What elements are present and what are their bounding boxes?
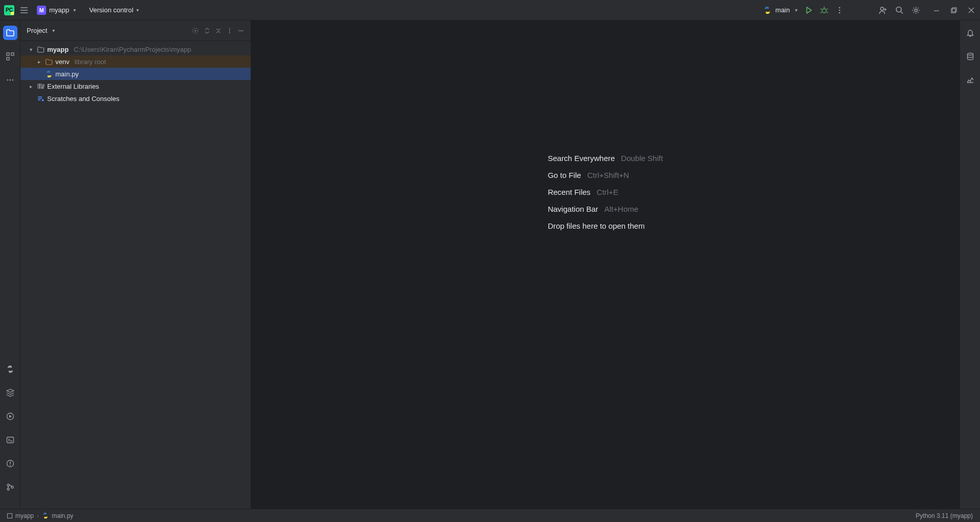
tool-more-icon[interactable] — [3, 73, 17, 87]
svg-point-26 — [229, 32, 230, 33]
module-icon — [7, 513, 12, 518]
svg-point-6 — [915, 9, 917, 11]
svg-point-24 — [229, 28, 230, 29]
project-panel-header: Project ▾ — [21, 21, 251, 41]
svg-rect-7 — [951, 9, 955, 13]
run-config-name: main — [775, 6, 790, 14]
python-file-icon — [42, 512, 49, 519]
empty-state: Search Everywhere Double Shift Go to Fil… — [548, 154, 663, 230]
tool-problems-icon[interactable] — [3, 456, 17, 471]
collapse-all-icon[interactable] — [215, 27, 222, 34]
main-menu-icon[interactable] — [19, 6, 29, 15]
tree-external-libraries[interactable]: ▸ External Libraries — [21, 80, 251, 92]
debug-button[interactable] — [820, 6, 828, 14]
right-tool-rail — [959, 21, 980, 509]
settings-icon[interactable] — [911, 6, 921, 15]
code-with-me-icon[interactable] — [879, 6, 888, 15]
tool-sciview-icon[interactable] — [963, 73, 977, 87]
svg-rect-10 — [11, 53, 14, 55]
tool-notifications-icon[interactable] — [963, 26, 977, 40]
tool-vcs-icon[interactable] — [3, 480, 17, 494]
more-actions-icon[interactable] — [835, 6, 844, 14]
empty-go-to-file[interactable]: Go to File Ctrl+Shift+N — [548, 171, 663, 179]
breadcrumb[interactable]: myapp › main.py — [7, 512, 73, 519]
select-opened-file-icon[interactable] — [191, 27, 199, 35]
tree-venv-name: venv — [55, 58, 69, 66]
run-button[interactable] — [805, 6, 813, 14]
panel-options-icon[interactable] — [226, 27, 233, 34]
tree-mainpy[interactable]: main.py — [21, 68, 251, 80]
chevron-down-icon: ▾ — [795, 7, 798, 13]
empty-search-everywhere[interactable]: Search Everywhere Double Shift — [548, 154, 663, 163]
tree-extlibs-label: External Libraries — [47, 83, 99, 90]
svg-point-14 — [12, 79, 13, 81]
chevron-right-icon[interactable]: ▸ — [35, 59, 43, 65]
tool-structure-icon[interactable] — [3, 49, 17, 64]
folder-icon — [45, 57, 53, 66]
project-tree: ▾ myapp C:\Users\Kiran\PycharmProjects\m… — [21, 41, 251, 509]
scratches-icon — [37, 94, 45, 103]
svg-point-0 — [822, 9, 826, 13]
close-icon[interactable] — [968, 7, 976, 14]
empty-recent-files[interactable]: Recent Files Ctrl+E — [548, 188, 663, 196]
interpreter-widget[interactable]: Python 3.11 (myapp) — [916, 512, 973, 519]
tree-root[interactable]: ▾ myapp C:\Users\Kiran\PycharmProjects\m… — [21, 43, 251, 55]
tree-mainpy-name: main.py — [55, 70, 79, 78]
maximize-icon[interactable] — [950, 7, 958, 14]
folder-icon — [37, 45, 45, 53]
project-name: myapp — [49, 6, 69, 14]
minimize-icon[interactable] — [933, 7, 941, 14]
tree-root-name: myapp — [47, 46, 69, 53]
project-tool-window: Project ▾ ▾ — [21, 21, 251, 509]
svg-point-20 — [7, 488, 9, 490]
chevron-down-icon[interactable]: ▾ — [27, 47, 35, 52]
tool-project-icon[interactable] — [3, 26, 17, 40]
svg-point-4 — [881, 7, 884, 10]
editor-empty-area: Search Everywhere Double Shift Go to Fil… — [251, 21, 959, 509]
search-icon[interactable] — [895, 6, 904, 15]
svg-point-1 — [839, 7, 841, 8]
tree-venv[interactable]: ▸ venv library root — [21, 55, 251, 68]
chevron-right-icon[interactable]: ▸ — [27, 84, 35, 89]
version-control-menu[interactable]: Version control ▾ — [89, 6, 139, 14]
svg-point-5 — [896, 7, 902, 12]
svg-point-27 — [42, 99, 44, 101]
svg-point-19 — [7, 484, 9, 486]
chevron-down-icon[interactable]: ▾ — [52, 28, 55, 33]
svg-point-28 — [967, 53, 973, 55]
project-badge: M — [37, 6, 46, 15]
svg-point-3 — [839, 12, 841, 13]
chevron-down-icon: ▾ — [136, 7, 139, 13]
tree-root-path: C:\Users\Kiran\PycharmProjects\myapp — [74, 46, 191, 53]
empty-navigation-bar[interactable]: Navigation Bar Alt+Home — [548, 205, 663, 213]
python-file-icon — [45, 70, 53, 78]
tool-terminal-icon[interactable] — [3, 433, 17, 447]
hide-panel-icon[interactable] — [237, 27, 244, 34]
titlebar: PC M myapp ▾ Version control ▾ main ▾ — [0, 0, 980, 21]
empty-drop-files: Drop files here to open them — [548, 222, 663, 230]
svg-rect-8 — [952, 8, 956, 12]
tree-scratches[interactable]: Scratches and Consoles — [21, 92, 251, 105]
expand-all-icon[interactable] — [203, 27, 211, 34]
svg-point-2 — [839, 9, 841, 11]
svg-point-12 — [7, 79, 8, 81]
svg-point-18 — [10, 465, 11, 466]
tree-venv-hint: library root — [74, 58, 106, 66]
tree-scratches-label: Scratches and Consoles — [47, 95, 119, 103]
library-icon — [37, 82, 45, 90]
tool-services-icon[interactable] — [3, 409, 17, 424]
tool-python-console-icon[interactable] — [3, 362, 17, 376]
tool-packages-icon[interactable] — [3, 386, 17, 400]
run-config-selector[interactable]: main ▾ — [763, 6, 798, 14]
statusbar: myapp › main.py Python 3.11 (myapp) — [0, 509, 980, 522]
svg-rect-11 — [7, 57, 9, 60]
svg-rect-9 — [7, 53, 9, 55]
chevron-down-icon: ▾ — [73, 7, 76, 13]
svg-point-23 — [195, 30, 196, 31]
svg-point-13 — [9, 79, 11, 81]
python-icon — [763, 6, 771, 14]
tool-database-icon[interactable] — [963, 49, 977, 64]
project-panel-title: Project — [27, 27, 47, 34]
pycharm-icon: PC — [4, 5, 14, 15]
project-selector[interactable]: M myapp ▾ — [34, 5, 79, 16]
